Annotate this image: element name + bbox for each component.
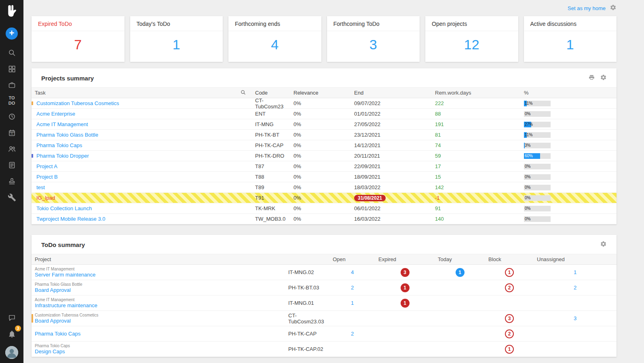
block-count-badge[interactable]: 1 xyxy=(505,268,514,277)
project-row: Tokio Collection LaunchTK-MRK0%06/01/202… xyxy=(32,203,617,214)
todo-task-link[interactable]: Design Caps xyxy=(35,348,282,355)
open-count-link[interactable]: 4 xyxy=(351,269,354,275)
todo-task-link[interactable]: Board Approval xyxy=(35,318,282,324)
page-settings-gear-icon[interactable] xyxy=(610,4,617,13)
expired-count-badge[interactable]: 1 xyxy=(401,299,410,308)
progress-bar: 11% xyxy=(524,132,551,138)
end-date-cell: 23/12/2021 xyxy=(351,132,432,138)
projects-briefcase-icon[interactable] xyxy=(5,78,19,92)
projects-settings-gear-icon[interactable] xyxy=(600,74,607,82)
add-button[interactable]: + xyxy=(6,27,18,40)
relevance-cell: 0% xyxy=(290,121,351,127)
summary-card[interactable]: Expired ToDo7 xyxy=(32,16,125,62)
unassigned-count-link[interactable]: 2 xyxy=(574,285,576,291)
col-open: Open xyxy=(329,256,375,262)
todo-task-link[interactable]: Board Approval xyxy=(35,287,282,293)
today-count-cell: 1 xyxy=(435,268,485,277)
expired-count-badge[interactable]: 3 xyxy=(401,268,410,277)
progress-label: 60% xyxy=(525,153,533,159)
progress-cell: 27% xyxy=(521,122,617,127)
summary-card-title: Today's ToDo xyxy=(130,16,223,31)
end-date-cell: 09/07/2022 xyxy=(351,100,432,106)
code-cell: T88 xyxy=(252,174,290,180)
todo-settings-gear-icon[interactable] xyxy=(600,241,607,249)
expired-count-badge[interactable]: 1 xyxy=(401,283,410,292)
progress-bar: 0% xyxy=(524,206,551,211)
task-link[interactable]: Project A xyxy=(36,163,57,169)
table-search-icon[interactable] xyxy=(240,89,246,97)
summary-card[interactable]: Active discussions1 xyxy=(524,16,617,62)
sidebar-item-todo[interactable]: TO DO xyxy=(6,95,17,106)
summary-card-value: 7 xyxy=(32,31,125,53)
open-count-link[interactable]: 2 xyxy=(351,331,354,337)
task-link[interactable]: Pharma Tokio Glass Bottle xyxy=(36,132,98,138)
dashboard-icon[interactable] xyxy=(5,62,19,76)
progress-bar: 0% xyxy=(524,174,551,180)
task-link[interactable]: IG_Ipad xyxy=(36,195,55,201)
task-link[interactable]: Twproject Mobile Release 3.0 xyxy=(36,216,106,222)
todo-task-link[interactable]: Infrastructure maintenance xyxy=(35,302,282,308)
task-link[interactable]: Project B xyxy=(36,174,58,180)
task-link[interactable]: Tokio Collection Launch xyxy=(36,205,92,211)
block-count-cell: 1 xyxy=(485,345,534,354)
block-count-badge[interactable]: 2 xyxy=(505,283,514,292)
block-count-cell: 3 xyxy=(485,314,534,323)
block-count-cell: 1 xyxy=(485,268,534,277)
col-rem-work-days: Rem.work.days xyxy=(432,90,521,96)
worklog-clock-icon[interactable] xyxy=(5,110,19,123)
progress-label: 0% xyxy=(525,185,530,190)
approvals-stamp-icon[interactable] xyxy=(5,174,19,188)
task-cell: Pharma Tokio Caps xyxy=(32,142,252,148)
tools-wrench-icon[interactable] xyxy=(5,190,19,204)
progress-bar: 0% xyxy=(524,195,551,201)
progress-cell: 0% xyxy=(521,164,617,169)
user-avatar[interactable] xyxy=(5,346,18,359)
project-row: Customization Tuberosa CosmeticsCT-TubCo… xyxy=(32,98,617,109)
set-as-home-link[interactable]: Set as my home xyxy=(568,5,606,11)
unassigned-count-cell: 1 xyxy=(534,269,617,275)
open-count-link[interactable]: 2 xyxy=(351,285,354,291)
task-link[interactable]: Pharma Tokio Caps xyxy=(36,142,82,148)
expired-count-cell: 1 xyxy=(375,283,435,292)
task-link[interactable]: test xyxy=(36,184,45,190)
resources-people-icon[interactable] xyxy=(5,142,19,156)
summary-card[interactable]: Open projects12 xyxy=(425,16,518,62)
documents-icon[interactable] xyxy=(5,158,19,172)
block-count-badge[interactable]: 3 xyxy=(505,314,514,323)
topbar: Set as my home xyxy=(32,0,617,16)
col-end: End xyxy=(351,90,432,96)
todo-code-cell: IT-MNG.01 xyxy=(285,300,329,306)
twproject-logo[interactable] xyxy=(4,3,19,19)
unassigned-count-link[interactable]: 1 xyxy=(574,269,576,275)
unassigned-count-link[interactable]: 3 xyxy=(574,315,576,321)
chat-icon[interactable] xyxy=(5,311,19,325)
relevance-cell: 0% xyxy=(290,163,351,169)
project-row: Project BT880%18/09/2021150% xyxy=(32,172,617,182)
summary-card[interactable]: Forthcoming ends4 xyxy=(228,16,321,62)
today-count-badge[interactable]: 1 xyxy=(456,268,465,277)
print-icon[interactable] xyxy=(588,74,595,82)
todo-task-link[interactable]: Pharma Tokio Caps xyxy=(35,331,282,337)
notifications-bell-icon[interactable]: 3 xyxy=(5,327,19,341)
progress-cell: 0% xyxy=(521,111,617,117)
block-count-badge[interactable]: 1 xyxy=(505,345,514,354)
todo-parent-project: Pharma Tokio Caps xyxy=(35,344,282,348)
project-row: Acme EnterpriseENT0%01/01/2022880% xyxy=(32,109,617,119)
open-count-link[interactable]: 1 xyxy=(351,300,354,306)
todo-summary-header: ToDo summary xyxy=(32,235,617,254)
task-link[interactable]: Customization Tuberosa Cosmetics xyxy=(36,100,119,106)
todo-task-link[interactable]: Server Farm maintenance xyxy=(35,272,282,278)
search-icon[interactable] xyxy=(5,46,19,59)
block-count-badge[interactable]: 2 xyxy=(505,329,514,338)
task-link[interactable]: Pharma Tokio Dropper xyxy=(36,153,89,159)
summary-card[interactable]: Forthcoming ToDo3 xyxy=(327,16,420,62)
task-link[interactable]: Acme IT Management xyxy=(36,121,88,127)
progress-label: 0% xyxy=(525,111,530,117)
unassigned-count-cell: 2 xyxy=(534,285,617,291)
task-link[interactable]: Acme Enterprise xyxy=(36,111,75,117)
summary-card[interactable]: Today's ToDo1 xyxy=(130,16,223,62)
progress-bar: 27% xyxy=(524,122,551,127)
todo-code-cell: IT-MNG.02 xyxy=(285,269,329,275)
todo-project-cell: Pharma Tokio Caps xyxy=(32,331,285,337)
calendar-icon[interactable]: 31 xyxy=(5,126,19,139)
